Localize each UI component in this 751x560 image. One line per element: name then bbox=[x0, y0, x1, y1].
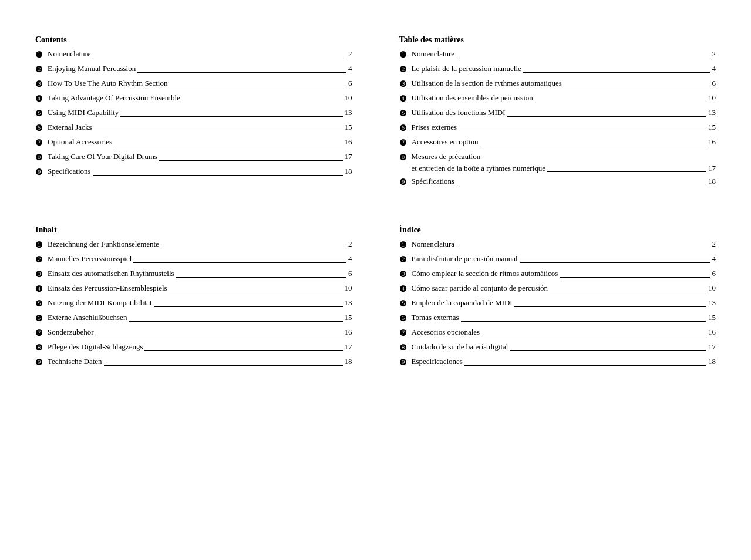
item-label: Nutzung der MIDI-Kompatibilitat bbox=[48, 297, 152, 309]
list-item: ❹Einsatz des Percussion-Ensemblespiels10 bbox=[35, 282, 352, 295]
item-page: 2 bbox=[348, 48, 352, 60]
item-text: External Jacks15 bbox=[48, 122, 352, 133]
item-label: Tomas externas bbox=[412, 312, 459, 323]
item-page: 6 bbox=[348, 77, 352, 89]
item-page: 18 bbox=[708, 356, 716, 367]
item-text: Accesorios opcionales16 bbox=[412, 326, 716, 338]
item-page: 4 bbox=[348, 63, 352, 75]
item-number: ❷ bbox=[35, 63, 43, 76]
item-number: ❻ bbox=[399, 312, 407, 325]
item-page: 6 bbox=[712, 77, 716, 89]
toc-list-contents: ❶Nomenclature2❷Enjoying Manual Percussio… bbox=[35, 48, 352, 178]
item-page: 13 bbox=[345, 297, 352, 309]
item-page: 2 bbox=[712, 48, 716, 60]
section-title-contents: Contents bbox=[35, 35, 352, 45]
list-item: ❷Para disfrutar de percusión manual4 bbox=[399, 253, 716, 266]
item-number: ❽ bbox=[399, 151, 407, 164]
item-number: ❺ bbox=[35, 107, 43, 120]
toc-list-inhalt: ❶Bezeichnung der Funktionselemente2❷Manu… bbox=[35, 238, 352, 369]
item-number: ❹ bbox=[399, 93, 407, 105]
item-number: ❾ bbox=[35, 166, 43, 178]
item-page: 4 bbox=[712, 253, 716, 265]
item-text: Optional Accessories16 bbox=[48, 136, 352, 148]
item-leader-line bbox=[159, 160, 343, 161]
item-page: 16 bbox=[345, 326, 352, 338]
item-number: ❷ bbox=[35, 254, 43, 266]
item-number: ❾ bbox=[399, 176, 407, 188]
item-page: 16 bbox=[345, 136, 352, 148]
item-number: ❶ bbox=[399, 239, 407, 251]
item-label: Le plaisir de la percussion manuelle bbox=[412, 63, 521, 75]
item-page: 16 bbox=[708, 326, 716, 338]
list-item: ❷Enjoying Manual Percussion4 bbox=[35, 63, 352, 76]
item-page: 17 bbox=[345, 341, 352, 353]
item-page: 6 bbox=[348, 268, 352, 279]
list-item: ❽Pflege des Digital-Schlagzeugs17 bbox=[35, 341, 352, 354]
item-label: Prises externes bbox=[412, 122, 457, 133]
item-page: 15 bbox=[708, 122, 716, 133]
item-page: 15 bbox=[345, 122, 352, 133]
toc-section-contents: Contents❶Nomenclature2❷Enjoying Manual P… bbox=[35, 35, 352, 190]
list-item: ❾Spécifications18 bbox=[399, 176, 716, 188]
item-page: 16 bbox=[708, 136, 716, 148]
item-page: 2 bbox=[712, 238, 716, 250]
item-text: Para disfrutar de percusión manual4 bbox=[412, 253, 716, 265]
item-text: Cómo sacar partido al conjunto de percus… bbox=[412, 282, 716, 294]
list-item: ❸How To Use The Auto Rhythm Section6 bbox=[35, 77, 352, 90]
item-label: Taking Advantage Of Percussion Ensemble bbox=[48, 92, 180, 104]
list-item: ❻Externe Anschlußbuchsen15 bbox=[35, 312, 352, 325]
item-label: Bezeichnung der Funktionselemente bbox=[48, 238, 159, 250]
list-item: ❾Specifications18 bbox=[35, 166, 352, 178]
item-label: Taking Care Of Your Digital Drums bbox=[48, 151, 157, 163]
item-label: Empleo de la capacidad de MIDI bbox=[412, 297, 513, 309]
list-item: ❼Sonderzubehör16 bbox=[35, 326, 352, 339]
list-item: ❺Utilisation des fonctions MIDI13 bbox=[399, 107, 716, 120]
list-item: ❺Nutzung der MIDI-Kompatibilitat13 bbox=[35, 297, 352, 310]
item-text: Mesures de précautionet entretien de la … bbox=[412, 151, 716, 174]
list-item: ❽Taking Care Of Your Digital Drums17 bbox=[35, 151, 352, 164]
item-leader-line bbox=[456, 185, 706, 185]
item-text: Especificaciones18 bbox=[412, 356, 716, 367]
item-number: ❶ bbox=[35, 49, 43, 61]
item-number: ❺ bbox=[35, 298, 43, 310]
item-leader-line bbox=[481, 336, 706, 336]
item-label: Manuelles Percussionsspiel bbox=[48, 253, 132, 265]
item-text: Specifications18 bbox=[48, 166, 352, 177]
item-text: Nutzung der MIDI-Kompatibilitat13 bbox=[48, 297, 352, 309]
item-page: 10 bbox=[708, 92, 716, 104]
item-text: Tomas externas15 bbox=[412, 312, 716, 323]
item-leader-line bbox=[535, 102, 706, 102]
list-item: ❼Optional Accessories16 bbox=[35, 136, 352, 149]
item-leader-line bbox=[520, 262, 710, 263]
list-item: ❶Nomenclature2 bbox=[399, 48, 716, 61]
item-text: Einsatz des Percussion-Ensemblespiels10 bbox=[48, 282, 352, 294]
item-number: ❼ bbox=[399, 137, 407, 149]
item-number: ❼ bbox=[35, 327, 43, 339]
item-leader-line bbox=[169, 292, 343, 292]
section-title-inhalt: Inhalt bbox=[35, 225, 352, 235]
item-number: ❻ bbox=[399, 122, 407, 134]
item-text: Accessoires en option16 bbox=[412, 136, 716, 148]
item-number: ❷ bbox=[399, 63, 407, 76]
item-leader-line bbox=[93, 175, 343, 176]
item-label: Cómo emplear la sección de ritmos automá… bbox=[412, 268, 558, 279]
item-number: ❾ bbox=[399, 356, 407, 369]
item-text: Nomenclature2 bbox=[412, 48, 716, 60]
item-text: Using MIDI Capability13 bbox=[48, 107, 352, 119]
item-text: Spécifications18 bbox=[412, 176, 716, 187]
item-number: ❽ bbox=[35, 151, 43, 164]
item-leader-line bbox=[114, 146, 342, 146]
item-leader-line bbox=[510, 350, 706, 351]
item-label: Nomenclature bbox=[48, 48, 91, 60]
item-number: ❼ bbox=[399, 327, 407, 339]
list-item: ❸Utilisation de la section de rythmes au… bbox=[399, 77, 716, 90]
item-leader-line bbox=[96, 336, 343, 336]
item-number: ❸ bbox=[35, 268, 43, 281]
item-page: 18 bbox=[708, 176, 716, 187]
toc-section-indice: Índice❶Nomenclatura2❷Para disfrutar de p… bbox=[399, 225, 716, 370]
item-leader-line bbox=[104, 365, 343, 366]
item-number: ❶ bbox=[35, 239, 43, 251]
item-page: 4 bbox=[712, 63, 716, 75]
item-leader-line bbox=[464, 365, 706, 366]
item-leader-line bbox=[176, 277, 346, 278]
